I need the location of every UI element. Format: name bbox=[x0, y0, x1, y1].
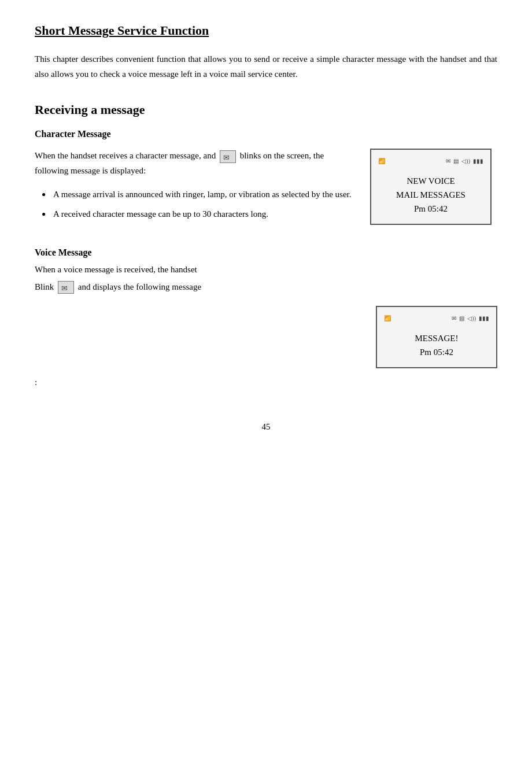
voice-text-1: When a voice message is received, the ha… bbox=[35, 262, 497, 278]
status-icons-right: ✉ ▤ ◁)) ▮▮▮ bbox=[446, 158, 483, 164]
phone-screen-2: 📶 ✉ ▤ ◁)) ▮▮▮ MESSAGE! Pm 05:42 bbox=[376, 306, 497, 368]
page-title: Short Message Service Function bbox=[35, 23, 497, 38]
screen1-container: 📶 ✉ ▤ ◁)) ▮▮▮ NEW VOICE MAIL MESSAGES Pm… bbox=[370, 149, 497, 225]
screen1-line2: MAIL MESSAGES bbox=[378, 188, 483, 202]
envelope2-icon: ✉ bbox=[452, 315, 456, 321]
subsection-character-heading: Character Message bbox=[35, 129, 497, 139]
battery-icon: ▮▮▮ bbox=[473, 158, 483, 164]
and-text: and bbox=[204, 151, 218, 160]
blink-label: Blink bbox=[35, 282, 54, 291]
status-icons-left: 📶 bbox=[378, 158, 385, 164]
screen1-status-bar: 📶 ✉ ▤ ◁)) ▮▮▮ bbox=[378, 156, 483, 166]
signal2-icon: 📶 bbox=[384, 315, 391, 321]
screen2-content: MESSAGE! Pm 05:42 bbox=[384, 329, 489, 359]
screen2-line1: MESSAGE! bbox=[384, 331, 489, 345]
phone-screen-1: 📶 ✉ ▤ ◁)) ▮▮▮ NEW VOICE MAIL MESSAGES Pm… bbox=[370, 149, 492, 225]
bullet-item-2: A received character message can be up t… bbox=[42, 207, 353, 221]
screen2-row: 📶 ✉ ▤ ◁)) ▮▮▮ MESSAGE! Pm 05:42 bbox=[35, 306, 497, 368]
bullet-item-1: A message arrival is announced with ring… bbox=[42, 187, 353, 201]
sound2-icon: ◁)) bbox=[467, 315, 476, 321]
battery2-icon: ▮▮▮ bbox=[479, 315, 489, 321]
signal-icon: 📶 bbox=[378, 158, 385, 164]
character-bullet-list: A message arrival is announced with ring… bbox=[42, 187, 353, 221]
image-icon: ▤ bbox=[453, 158, 459, 164]
colon-text: : bbox=[35, 378, 497, 387]
char-body1: When the handset receives a character me… bbox=[35, 151, 201, 160]
mail-icon-voice bbox=[58, 281, 74, 294]
screen1-line3: Pm 05:42 bbox=[378, 202, 483, 216]
page-number: 45 bbox=[35, 422, 497, 432]
screen2-line2: Pm 05:42 bbox=[384, 345, 489, 359]
mail-icon-inline bbox=[220, 150, 236, 163]
image2-icon: ▤ bbox=[459, 315, 464, 321]
voice-message-section: Voice Message When a voice message is re… bbox=[35, 247, 497, 387]
status2-icons-left: 📶 bbox=[384, 315, 391, 321]
voice-body3: and displays the following message bbox=[78, 282, 201, 291]
character-body-text: When the handset receives a character me… bbox=[35, 149, 353, 178]
intro-paragraph: This chapter describes convenient functi… bbox=[35, 52, 497, 82]
envelope-icon: ✉ bbox=[446, 158, 450, 164]
sound-icon: ◁)) bbox=[461, 158, 470, 164]
subsection-voice-heading: Voice Message bbox=[35, 247, 497, 258]
screen2-status-bar: 📶 ✉ ▤ ◁)) ▮▮▮ bbox=[384, 313, 489, 323]
screen1-content: NEW VOICE MAIL MESSAGES Pm 05:42 bbox=[378, 172, 483, 216]
character-message-text: When the handset receives a character me… bbox=[35, 149, 353, 230]
section-receiving-heading: Receiving a message bbox=[35, 102, 497, 117]
character-message-section: When the handset receives a character me… bbox=[35, 149, 497, 230]
voice-text-2: Blink and displays the following message bbox=[35, 280, 497, 295]
status2-icons-right: ✉ ▤ ◁)) ▮▮▮ bbox=[452, 315, 489, 321]
screen1-line1: NEW VOICE bbox=[378, 174, 483, 188]
